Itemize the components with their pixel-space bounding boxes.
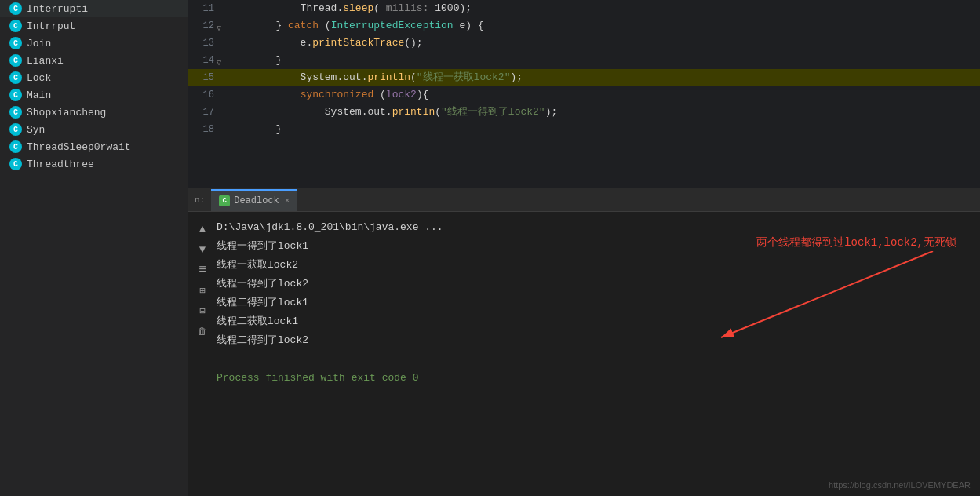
terminal[interactable]: ▲ ▼ ≡ ⊞ ⊟ 🗑 D:\Java\jdk1.8.0_201\bin\jav… <box>188 212 980 496</box>
sidebar-label-main: Main <box>27 89 51 101</box>
code-line-13: 13 e.printStackTrace(); <box>188 35 980 52</box>
sidebar-label-interrupti: Interrupti <box>27 3 88 15</box>
tab-deadlock[interactable]: C Deadlock × <box>211 189 297 211</box>
line-content-16: synchronized (lock2){ <box>224 86 980 104</box>
line-content-12: } catch (InterruptedException e) { <box>224 17 980 35</box>
terminal-line-4: 线程二得到了lock1 <box>217 294 980 312</box>
code-line-11: 11 Thread.sleep( millis: 1000); <box>188 0 980 17</box>
sidebar-label-shopxiancheng: Shopxiancheng <box>27 107 106 119</box>
code-lines: 11 Thread.sleep( millis: 1000); 12 ▽ } c… <box>188 0 980 138</box>
sidebar-item-main[interactable]: C Main <box>0 86 188 104</box>
line-number-15: 15 <box>188 69 224 86</box>
sidebar-item-threadsleep[interactable]: C ThreadSleep0rwait <box>0 138 188 155</box>
code-editor: 11 Thread.sleep( millis: 1000); 12 ▽ } c… <box>188 0 980 188</box>
sidebar-item-syn[interactable]: C Syn <box>0 121 188 138</box>
sidebar-icon-intrrput: C <box>9 20 22 32</box>
sidebar-icon-syn: C <box>9 123 22 136</box>
code-line-14: 14 ▽ } <box>188 52 980 69</box>
watermark: https://blog.csdn.net/ILOVEMYDEAR <box>829 480 971 490</box>
sidebar-label-lock: Lock <box>27 72 51 84</box>
sidebar-icon-lianxi: C <box>9 54 22 67</box>
sidebar-item-interrupti[interactable]: C Interrupti <box>0 0 188 17</box>
line-number-16: 16 <box>188 86 224 104</box>
sidebar-item-shopxiancheng[interactable]: C Shopxiancheng <box>0 104 188 121</box>
clear-button[interactable]: ≡ <box>195 262 210 278</box>
terminal-content: D:\Java\jdk1.8.0_201\bin\java.exe ... 线程… <box>217 218 980 388</box>
tab-name-deadlock: Deadlock <box>234 195 279 206</box>
sidebar-icon-main: C <box>9 89 22 101</box>
line-content-14: } <box>224 52 980 69</box>
sidebar-label-intrrput: Intrrput <box>27 20 75 32</box>
code-line-16: 16 synchronized (lock2){ <box>188 86 980 104</box>
terminal-line-2: 线程一获取lock2 <box>217 256 980 275</box>
terminal-line-cmd: D:\Java\jdk1.8.0_201\bin\java.exe ... <box>217 218 980 237</box>
sidebar-icon-threadthree: C <box>9 158 22 170</box>
line-number-17: 17 <box>188 104 224 121</box>
content-area: 11 Thread.sleep( millis: 1000); 12 ▽ } c… <box>188 0 980 496</box>
sidebar-icon-shopxiancheng: C <box>9 106 22 119</box>
line-number-18: 18 <box>188 121 224 138</box>
code-line-12: 12 ▽ } catch (InterruptedException e) { <box>188 17 980 35</box>
sidebar-label-threadthree: Threadthree <box>27 159 94 170</box>
sidebar-item-join[interactable]: C Join <box>0 35 188 52</box>
sidebar-label-threadsleep: ThreadSleep0rwait <box>27 141 131 153</box>
sidebar-item-intrrput[interactable]: C Intrrput <box>0 17 188 35</box>
line-content-13: e.printStackTrace(); <box>224 35 980 52</box>
sidebar-icon-interrupti: C <box>9 2 22 15</box>
sidebar-icon-join: C <box>9 37 22 49</box>
line-number-13: 13 <box>188 35 224 52</box>
copy-button[interactable]: ⊞ <box>195 283 210 298</box>
terminal-toolbar: ▲ ▼ ≡ ⊞ ⊟ 🗑 <box>188 218 217 339</box>
sidebar-item-threadthree[interactable]: C Threadthree <box>0 155 188 173</box>
tab-close-deadlock[interactable]: × <box>285 196 290 206</box>
sidebar-label-syn: Syn <box>27 124 45 136</box>
sidebar-label-join: Join <box>27 38 51 49</box>
line-content-17: System.out.println("线程一得到了lock2"); <box>224 104 980 121</box>
line-number-12: 12 ▽ <box>188 17 224 35</box>
terminal-line-1: 线程一得到了lock1 <box>217 237 980 256</box>
code-line-18: 18 } <box>188 121 980 138</box>
sidebar-item-lock[interactable]: C Lock <box>0 69 188 86</box>
tab-bar: n: C Deadlock × <box>188 188 980 212</box>
code-line-17: 17 System.out.println("线程一得到了lock2"); <box>188 104 980 121</box>
print-button[interactable]: ⊟ <box>195 303 210 319</box>
terminal-line-5: 线程二获取lock1 <box>217 312 980 331</box>
terminal-line-blank <box>217 350 980 369</box>
sidebar-icon-lock: C <box>9 71 22 84</box>
scroll-down-button[interactable]: ▼ <box>195 242 210 257</box>
scroll-up-button[interactable]: ▲ <box>195 221 210 237</box>
terminal-line-exit: Process finished with exit code 0 <box>217 369 980 388</box>
terminal-line-3: 线程一得到了lock2 <box>217 275 980 294</box>
sidebar-label-lianxi: Lianxi <box>27 55 64 67</box>
sidebar-item-lianxi[interactable]: C Lianxi <box>0 52 188 69</box>
line-number-11: 11 <box>188 0 224 17</box>
line-content-18: } <box>224 121 980 138</box>
code-line-15: 15 System.out.println("线程一获取lock2"); <box>188 69 980 86</box>
tab-icon-deadlock: C <box>219 195 230 206</box>
line-number-14: 14 ▽ <box>188 52 224 69</box>
sidebar-icon-threadsleep: C <box>9 140 22 153</box>
delete-button[interactable]: 🗑 <box>195 323 210 339</box>
main-container: C Interrupti C Intrrput C Join C Lianxi … <box>0 0 980 496</box>
terminal-line-6: 线程二得到了lock2 <box>217 331 980 350</box>
line-content-15: System.out.println("线程一获取lock2"); <box>224 69 980 86</box>
sidebar: C Interrupti C Intrrput C Join C Lianxi … <box>0 0 188 496</box>
line-content-11: Thread.sleep( millis: 1000); <box>224 0 980 17</box>
tab-bar-label: n: <box>195 195 205 205</box>
